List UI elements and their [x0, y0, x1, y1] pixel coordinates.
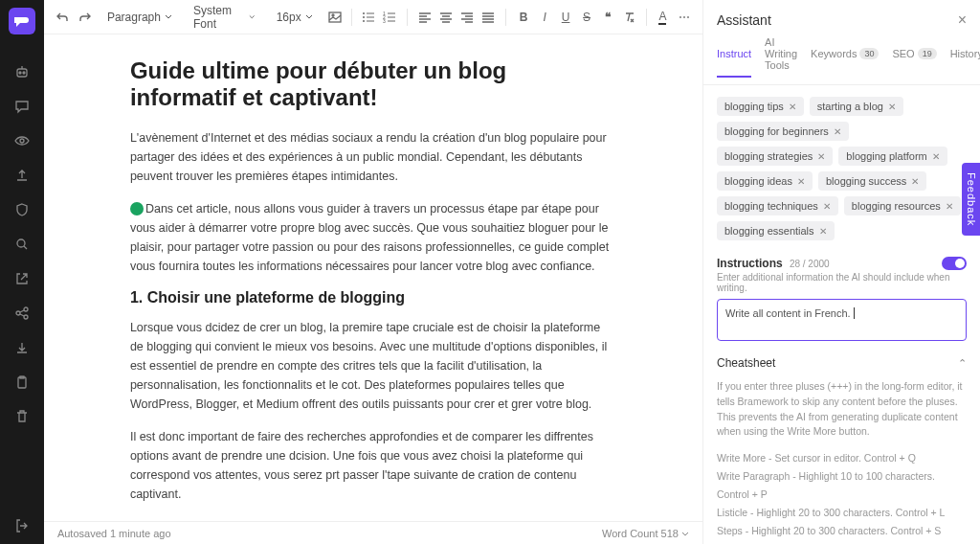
article-heading: 1. Choisir une plateforme de blogging	[130, 289, 616, 306]
svg-point-14	[363, 16, 365, 18]
text-color-icon[interactable]: A	[657, 10, 669, 25]
robot-icon[interactable]	[13, 63, 31, 80]
font-select[interactable]: System Font	[188, 2, 261, 33]
keyword-tag[interactable]: blogging strategies✕	[717, 147, 833, 166]
article-paragraph: Dans cet article, nous allons vous guide…	[130, 199, 616, 276]
tab-seo[interactable]: SEO19	[892, 36, 936, 77]
left-rail	[0, 0, 44, 544]
svg-rect-17	[367, 20, 374, 21]
svg-rect-23	[388, 20, 395, 21]
external-link-icon[interactable]	[13, 270, 31, 287]
bold-icon[interactable]: B	[516, 10, 531, 25]
keyword-tag[interactable]: blogging tips✕	[717, 97, 804, 116]
align-center-icon[interactable]	[438, 10, 454, 25]
autosave-status: Autosaved 1 minute ago	[57, 528, 171, 539]
svg-rect-15	[367, 16, 374, 17]
tab-ai-writing[interactable]: AI Writing Tools	[765, 36, 797, 77]
svg-point-4	[17, 239, 25, 247]
svg-rect-21	[388, 16, 395, 17]
main-area: Paragraph System Font 16px 123 B I U S ❝…	[44, 0, 702, 544]
keyword-tags: blogging tips✕starting a blog✕blogging f…	[717, 97, 967, 240]
remove-tag-icon[interactable]: ✕	[819, 226, 827, 237]
article-paragraph: Lorsque vous dcidez de crer un blog, la …	[130, 318, 616, 414]
remove-tag-icon[interactable]: ✕	[817, 151, 825, 162]
remove-tag-icon[interactable]: ✕	[789, 102, 796, 112]
assistant-title: Assistant	[717, 12, 771, 28]
editor-toolbar: Paragraph System Font 16px 123 B I U S ❝…	[44, 0, 702, 34]
underline-icon[interactable]: U	[558, 10, 573, 25]
cheatsheet-item: Listicle - Highlight 20 to 300 character…	[717, 504, 967, 522]
instructions-subtitle: Enter additional information the AI shou…	[717, 272, 967, 293]
chevron-up-icon: ⌃	[958, 357, 967, 370]
keyword-tag[interactable]: blogging techniques✕	[717, 196, 838, 215]
remove-tag-icon[interactable]: ✕	[946, 201, 953, 212]
undo-icon[interactable]	[56, 10, 69, 25]
more-icon[interactable]: ⋯	[679, 10, 691, 25]
svg-point-2	[23, 72, 25, 74]
app-logo[interactable]	[9, 8, 35, 34]
italic-icon[interactable]: I	[537, 10, 552, 25]
search-doc-icon[interactable]	[13, 236, 31, 253]
keyword-tag[interactable]: blogging essentials✕	[717, 221, 835, 240]
assistant-panel: Assistant × Instruct AI Writing Tools Ke…	[702, 0, 980, 544]
cheatsheet-header[interactable]: Cheatsheet ⌃	[717, 356, 967, 370]
unordered-list-icon[interactable]	[361, 10, 376, 25]
clipboard-icon[interactable]	[13, 374, 31, 391]
assistant-tabs: Instruct AI Writing Tools Keywords30 SEO…	[703, 36, 980, 85]
share-icon[interactable]	[13, 305, 31, 322]
instructions-count: 28 / 2000	[790, 259, 830, 269]
keyword-tag[interactable]: starting a blog✕	[810, 97, 903, 116]
align-justify-icon[interactable]	[480, 10, 496, 25]
cursor-indicator-icon	[130, 202, 144, 215]
remove-tag-icon[interactable]: ✕	[911, 176, 919, 187]
close-icon[interactable]: ×	[958, 11, 967, 29]
svg-point-11	[332, 14, 334, 16]
chat-icon[interactable]	[13, 98, 31, 115]
keyword-tag[interactable]: blogging ideas✕	[717, 171, 813, 191]
remove-tag-icon[interactable]: ✕	[797, 176, 805, 187]
instructions-header: Instructions 28 / 2000	[717, 256, 967, 270]
keyword-tag[interactable]: blogging for beginners✕	[717, 122, 849, 141]
tab-history[interactable]: History	[950, 36, 980, 77]
shield-icon[interactable]	[13, 201, 31, 218]
word-count[interactable]: Word Count 518	[602, 528, 689, 539]
remove-tag-icon[interactable]: ✕	[888, 102, 896, 112]
instructions-label: Instructions	[717, 257, 783, 270]
tab-instruct[interactable]: Instruct	[717, 36, 751, 78]
download-icon[interactable]	[13, 339, 31, 356]
image-icon[interactable]	[328, 10, 342, 25]
feedback-button[interactable]: Feedback	[962, 163, 980, 236]
align-left-icon[interactable]	[417, 10, 433, 25]
redo-icon[interactable]	[78, 10, 92, 25]
svg-point-3	[20, 139, 24, 143]
align-right-icon[interactable]	[459, 10, 475, 25]
keyword-tag[interactable]: blogging platform✕	[838, 147, 947, 166]
svg-point-16	[363, 20, 365, 22]
svg-rect-13	[367, 12, 374, 13]
upload-icon[interactable]	[13, 167, 31, 184]
quote-icon[interactable]: ❝	[600, 10, 615, 25]
clear-format-icon[interactable]	[621, 10, 636, 25]
strike-icon[interactable]: S	[579, 10, 594, 25]
remove-tag-icon[interactable]: ✕	[823, 201, 831, 212]
instructions-toggle[interactable]	[942, 257, 967, 270]
svg-text:3: 3	[383, 18, 386, 24]
keyword-tag[interactable]: blogging success✕	[818, 171, 926, 191]
eye-icon[interactable]	[13, 132, 31, 149]
ordered-list-icon[interactable]: 123	[382, 10, 397, 25]
keyword-tag[interactable]: blogging resources✕	[844, 196, 961, 215]
exit-icon[interactable]	[13, 517, 31, 534]
font-label: System Font	[193, 4, 245, 31]
size-select[interactable]: 16px	[271, 9, 319, 26]
editor[interactable]: Guide ultime pour débuter un blog inform…	[44, 34, 702, 521]
remove-tag-icon[interactable]: ✕	[834, 126, 841, 137]
svg-point-7	[24, 315, 28, 319]
paragraph-select[interactable]: Paragraph	[101, 9, 178, 26]
tab-keywords[interactable]: Keywords30	[811, 36, 879, 77]
article-paragraph: L'avènement d'Internet et des médias soc…	[130, 128, 616, 186]
trash-icon[interactable]	[13, 408, 31, 425]
instructions-input[interactable]: Write all content in French.	[717, 299, 967, 341]
remove-tag-icon[interactable]: ✕	[932, 151, 940, 162]
svg-point-12	[363, 12, 365, 14]
cheatsheet-item: Summary - Highlight 30 to 4000 character…	[717, 539, 967, 544]
